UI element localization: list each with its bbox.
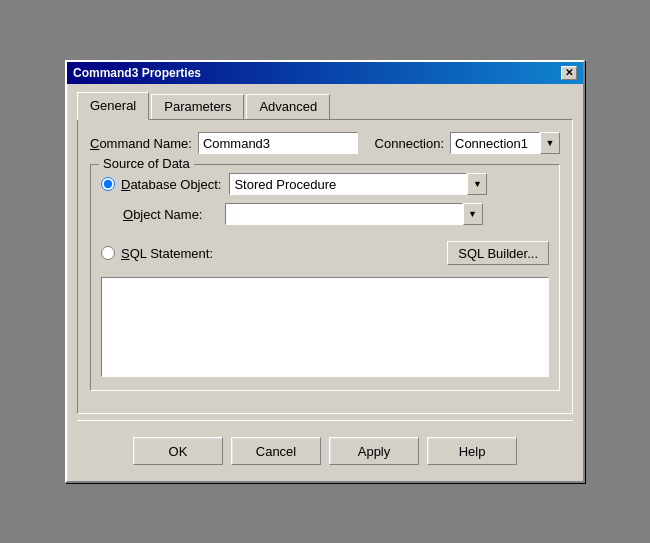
dialog-window: Command3 Properties ✕ General Parameters… xyxy=(65,60,585,483)
object-name-dropdown-button[interactable]: ▼ xyxy=(463,203,483,225)
sql-statement-textarea[interactable] xyxy=(101,277,549,377)
sql-statement-row: SQL Statement: SQL Builder... xyxy=(101,241,549,265)
object-name-select-wrapper: ▼ xyxy=(225,203,483,225)
sql-statement-radio[interactable] xyxy=(101,246,115,260)
connection-select-wrapper: ▼ xyxy=(450,132,560,154)
help-button[interactable]: Help xyxy=(427,437,517,465)
buttons-row: OK Cancel Apply Help xyxy=(77,427,573,471)
sql-statement-label: SQL Statement: xyxy=(121,246,213,261)
object-name-label: Object Name: xyxy=(123,207,203,222)
connection-label: Connection: xyxy=(375,136,444,151)
command-name-row: Command Name: Connection: ▼ xyxy=(90,132,560,154)
connection-dropdown-button[interactable]: ▼ xyxy=(540,132,560,154)
database-object-input[interactable] xyxy=(229,173,467,195)
group-box-label: Source of Data xyxy=(99,156,194,171)
source-of-data-group: Source of Data Database Object: ▼ Obje xyxy=(90,164,560,391)
object-name-input[interactable] xyxy=(225,203,463,225)
cancel-button[interactable]: Cancel xyxy=(231,437,321,465)
tab-advanced[interactable]: Advanced xyxy=(246,94,330,120)
window-title: Command3 Properties xyxy=(73,66,201,80)
command-name-label: Command Name: xyxy=(90,136,192,151)
database-object-radio[interactable] xyxy=(101,177,115,191)
button-separator xyxy=(77,420,573,421)
close-button[interactable]: ✕ xyxy=(561,66,577,80)
database-object-dropdown-button[interactable]: ▼ xyxy=(467,173,487,195)
object-name-row: Object Name: ▼ xyxy=(101,203,549,225)
database-object-select-wrapper: ▼ xyxy=(229,173,487,195)
connection-input[interactable] xyxy=(450,132,540,154)
tab-panel-general: Command Name: Connection: ▼ Source of Da… xyxy=(77,119,573,414)
title-bar: Command3 Properties ✕ xyxy=(67,62,583,84)
tab-strip: General Parameters Advanced xyxy=(77,92,573,120)
window-content: General Parameters Advanced Command Name… xyxy=(67,84,583,481)
command-name-input[interactable] xyxy=(198,132,358,154)
database-object-label: Database Object: xyxy=(121,177,221,192)
ok-button[interactable]: OK xyxy=(133,437,223,465)
sql-builder-button[interactable]: SQL Builder... xyxy=(447,241,549,265)
tab-general[interactable]: General xyxy=(77,92,149,120)
apply-button[interactable]: Apply xyxy=(329,437,419,465)
tab-parameters[interactable]: Parameters xyxy=(151,94,244,120)
database-object-row: Database Object: ▼ xyxy=(101,173,549,195)
